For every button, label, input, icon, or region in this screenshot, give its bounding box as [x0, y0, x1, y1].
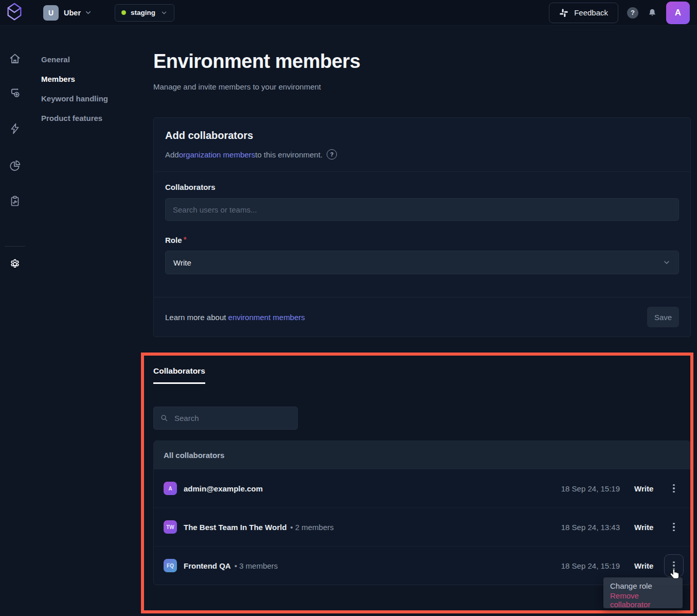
collaborator-name: admin@example.com	[184, 484, 263, 493]
desc-suffix: to this environment.	[255, 150, 323, 159]
page-subtitle: Manage and invite members to your enviro…	[153, 82, 321, 91]
feedback-button[interactable]: Feedback	[549, 3, 618, 23]
row-menu-button-open[interactable]	[664, 554, 684, 577]
settings-nav: General Members Keyword handling Product…	[41, 49, 108, 128]
org-name: Uber	[64, 9, 81, 17]
row-menu-button[interactable]	[664, 516, 684, 538]
help-icon[interactable]: ?	[627, 7, 638, 19]
chevron-down-icon	[663, 258, 671, 267]
chevron-down-icon	[160, 9, 168, 16]
nav-item-members[interactable]: Members	[41, 69, 108, 89]
member-count: • 2 members	[290, 523, 333, 532]
organization-members-link[interactable]: organization members	[179, 150, 255, 159]
role-select-value: Write	[173, 258, 191, 267]
nav-item-general[interactable]: General	[41, 49, 108, 69]
table-header: All collaborators	[154, 441, 690, 469]
org-switcher[interactable]: U Uber	[43, 5, 92, 21]
added-date: 18 Sep 24, 15:19	[561, 561, 620, 570]
environment-selector[interactable]: staging	[115, 4, 174, 22]
learn-more-prefix: Learn more about	[165, 313, 228, 322]
collaborators-table: All collaborators A admin@example.com 18…	[153, 441, 691, 585]
card-description: Add organization members to this environ…	[165, 149, 679, 160]
notifications-bell-icon[interactable]	[647, 8, 657, 18]
app-screen: U Uber staging	[0, 0, 697, 616]
added-date: 18 Sep 24, 15:19	[561, 484, 620, 493]
chevron-down-icon	[84, 9, 92, 16]
collaborators-list-search[interactable]	[153, 407, 298, 430]
role-select[interactable]: Write	[165, 251, 679, 274]
desc-prefix: Add	[165, 150, 179, 159]
added-date: 18 Sep 24, 13:43	[561, 523, 620, 532]
required-asterisk: *	[184, 236, 187, 244]
create-flag-icon[interactable]	[9, 87, 21, 99]
lightning-icon[interactable]	[9, 122, 21, 135]
avatar: TW	[164, 520, 177, 534]
collaborators-field-label: Collaborators	[165, 183, 679, 191]
tab-collaborators[interactable]: Collaborators	[153, 366, 205, 384]
health-report-icon[interactable]	[9, 195, 21, 207]
role-value: Write	[634, 523, 657, 532]
search-icon	[160, 414, 169, 423]
page-title: Environment members	[153, 50, 360, 73]
feedback-label: Feedback	[574, 8, 608, 17]
row-menu-button[interactable]	[664, 477, 684, 500]
member-count: • 3 members	[235, 561, 278, 570]
nav-item-keyword-handling[interactable]: Keyword handling	[41, 89, 108, 108]
search-input[interactable]	[173, 413, 291, 423]
icon-rail	[0, 26, 30, 616]
env-name: staging	[131, 9, 155, 16]
collaborator-name: Frontend QA	[184, 561, 231, 570]
help-tooltip-icon[interactable]: ?	[327, 149, 337, 160]
role-field-label: Role	[165, 236, 182, 244]
rail-divider	[5, 246, 25, 247]
slack-icon	[559, 8, 568, 17]
top-bar: U Uber staging	[0, 0, 697, 26]
menu-item-remove-collaborator[interactable]: Remove collaborator	[603, 593, 683, 607]
collaborators-search-input[interactable]	[165, 198, 679, 221]
avatar: FQ	[164, 559, 177, 572]
table-row[interactable]: TW The Best Team In The World • 2 member…	[154, 507, 690, 546]
app-logo-icon[interactable]	[4, 2, 25, 24]
pie-chart-icon[interactable]	[9, 160, 21, 172]
settings-gear-icon[interactable]	[9, 258, 21, 270]
role-value: Write	[634, 561, 657, 570]
role-value: Write	[634, 484, 657, 493]
nav-item-product-features[interactable]: Product features	[41, 108, 108, 128]
home-icon[interactable]	[9, 52, 21, 65]
topbar-actions: Feedback ? A	[549, 2, 690, 24]
org-avatar: U	[43, 5, 59, 21]
row-context-menu: Change role Remove collaborator	[603, 577, 683, 608]
avatar: A	[164, 482, 177, 495]
add-collaborators-card: Add collaborators Add organization membe…	[153, 117, 691, 337]
save-button[interactable]: Save	[647, 307, 679, 327]
env-status-dot-icon	[121, 10, 126, 15]
table-row[interactable]: A admin@example.com 18 Sep 24, 15:19 Wri…	[154, 469, 690, 507]
card-title: Add collaborators	[165, 130, 679, 142]
environment-members-link[interactable]: environment members	[228, 313, 305, 322]
user-avatar[interactable]: A	[666, 2, 690, 24]
card-footer: Learn more about environment members Sav…	[154, 297, 690, 337]
learn-more-text: Learn more about environment members	[165, 313, 305, 322]
collaborator-name: The Best Team In The World	[184, 523, 287, 532]
